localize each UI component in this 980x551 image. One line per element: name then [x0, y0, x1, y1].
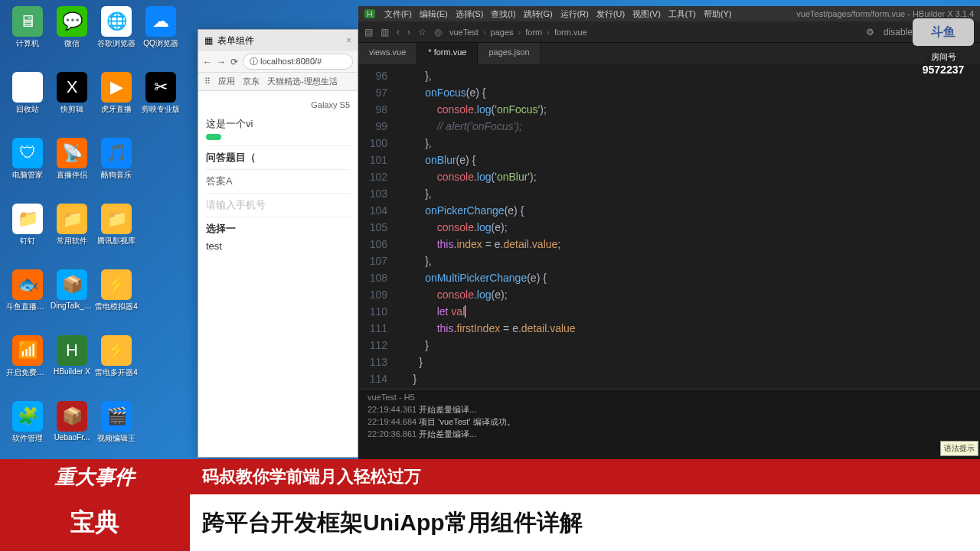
app-logo-icon: H [364, 9, 375, 18]
terminal-panel[interactable]: vueTest - H5 22:19:44.361 开始差量编译...22:19… [358, 389, 980, 459]
chrome-navbar: ← → ⟳ ⓘ localhost:8080/# [198, 51, 358, 73]
bookmark-item[interactable]: 应用 [218, 76, 235, 87]
chrome-window: ▦ 表单组件 × ← → ⟳ ⓘ localhost:8080/# ⠿ 应用京东… [198, 29, 358, 458]
chrome-tab[interactable]: ▦ 表单组件 × [198, 30, 358, 51]
green-button[interactable] [206, 134, 221, 140]
code-editor[interactable]: 9697989910010110210310410510610710810911… [358, 64, 980, 389]
menu-item[interactable]: 运行(R) [560, 9, 589, 18]
select-value[interactable]: test [206, 240, 350, 252]
page-icon: ▦ [204, 35, 213, 46]
close-icon[interactable]: × [346, 35, 351, 46]
select-label: 选择一 [206, 223, 236, 234]
url-text: localhost:8080/# [260, 57, 322, 66]
banner-text2: 跨平台开发框架UniApp常用组件详解 [190, 507, 980, 539]
window-title: vueTest/pages/form/form.vue - HBuilder X… [796, 9, 974, 18]
menu-item[interactable]: 文件(F) [384, 9, 412, 18]
star-icon[interactable]: ☆ [418, 27, 426, 37]
desktop-icon[interactable]: X快剪辑 [51, 72, 93, 132]
editor-toolbar: ▤ ▥ ‹ › ☆ ◎ vueTest›pages›form›form.vue … [358, 21, 980, 43]
bookmark-item[interactable]: 天猫精选-理想生活 [267, 76, 338, 87]
desktop-icon[interactable]: HHBuilder X [51, 335, 93, 395]
url-bar[interactable]: ⓘ localhost:8080/# [243, 54, 353, 70]
banner-text1: 码叔教你学前端月入轻松过万 [190, 465, 980, 488]
desktop-icon[interactable] [139, 335, 182, 395]
room-label: 房间号 [926, 51, 961, 64]
menu-item[interactable]: 选择(S) [456, 9, 484, 18]
desktop-icon[interactable]: 📦DingTalk_v... [51, 269, 93, 329]
desktop-icon[interactable]: 🗑回收站 [6, 72, 49, 132]
desktop-icon[interactable]: 📁钉钉 [6, 204, 49, 263]
code-area[interactable]: }, onFocus(e) { console.log('onFocus'); … [395, 64, 980, 389]
reload-icon[interactable]: ⟳ [230, 57, 238, 67]
douyu-logo: 斗鱼 [913, 18, 974, 46]
menu-item[interactable]: 视图(V) [632, 9, 661, 18]
back-icon[interactable]: ‹ [397, 27, 400, 37]
question-label: 问答题目（ [206, 152, 256, 163]
editor-tab[interactable]: views.vue [358, 43, 417, 64]
desktop-icon[interactable]: 🧩软件管理 [6, 401, 49, 461]
info-icon: ⓘ [250, 57, 258, 66]
menu-item[interactable]: 帮助(Y) [704, 9, 732, 18]
bookmarks-bar: ⠿ 应用京东天猫精选-理想生活 [198, 73, 358, 91]
breadcrumb-item[interactable]: form [525, 28, 542, 37]
line-gutter: 9697989910010110210310410510610710810911… [358, 64, 395, 389]
menu-item[interactable]: 跳转(G) [524, 9, 553, 18]
desktop-icon[interactable]: 🎵酷狗音乐 [95, 138, 138, 197]
lang-tip: 语法提示 [940, 441, 978, 456]
desktop-icon[interactable]: 🎬视频编辑王 [95, 401, 138, 461]
editor-tab[interactable]: * form.vue [417, 43, 478, 64]
desktop-icon[interactable]: 📦UebaoFr... [51, 401, 93, 461]
back-icon[interactable]: ← [203, 57, 212, 67]
breadcrumb-item[interactable]: form.vue [554, 28, 587, 37]
breadcrumb-item[interactable]: pages [491, 28, 514, 37]
breadcrumb[interactable]: vueTest›pages›form›form.vue [449, 28, 587, 37]
panel-icon[interactable]: ▤ [364, 27, 373, 37]
room-number: 9572237 [913, 64, 974, 76]
target-icon[interactable]: ◎ [434, 27, 442, 37]
menu-item[interactable]: 编辑(E) [420, 9, 448, 18]
desktop-icon[interactable]: 📶开启免费Wifi [6, 335, 49, 395]
desktop-icon[interactable]: 📁常用软件 [51, 204, 93, 263]
desktop-icon[interactable]: ▶虎牙直播 [95, 72, 138, 132]
panel-icon[interactable]: ▥ [381, 27, 389, 37]
desktop-icon[interactable] [139, 138, 182, 197]
editor-tabs: views.vue* form.vuepages.json [358, 43, 980, 64]
desktop-icon[interactable]: ⚡雷电多开器4 [95, 335, 138, 395]
tab-title: 表单组件 [217, 34, 254, 47]
bookmark-item[interactable]: 京东 [243, 76, 260, 87]
desktop-icon[interactable]: 🐟斗鱼直播伴侣 [6, 269, 49, 329]
device-label: Galaxy S5 [198, 97, 358, 112]
phone-input[interactable]: 请输入手机号 [206, 193, 350, 217]
menu-item[interactable]: 查找(I) [491, 9, 515, 18]
apps-icon[interactable]: ⠿ [204, 77, 211, 86]
answer-text: 答案A [206, 169, 350, 193]
menu-item[interactable]: 发行(U) [596, 9, 625, 18]
forward-icon[interactable]: › [407, 27, 410, 37]
search-icon[interactable]: ⚙ [866, 27, 874, 37]
tip-text: 这是一个vi [206, 117, 350, 131]
menu-item[interactable]: 工具(T) [668, 9, 696, 18]
breadcrumb-item[interactable]: vueTest [449, 28, 479, 37]
desktop-icon[interactable]: 🛡电脑管家 [6, 138, 49, 197]
forward-icon[interactable]: → [217, 57, 226, 67]
terminal-header: vueTest - H5 [368, 393, 971, 402]
desktop-icon[interactable]: ☁QQ浏览器 [139, 6, 182, 66]
desktop-icon[interactable]: 🖥计算机 [6, 6, 49, 66]
desktop-icon[interactable]: 🌐谷歌浏览器 [95, 6, 138, 66]
desktop-icon[interactable]: 💬微信 [51, 6, 93, 66]
desktop-icon[interactable] [139, 204, 182, 263]
desktop-icon[interactable]: 📡直播伴侣 [51, 138, 93, 197]
desktop-icon[interactable]: 📁腾讯影视库 [95, 204, 138, 263]
editor-tab[interactable]: pages.json [478, 43, 541, 64]
app-preview: 这是一个vi 问答题目（ 答案A 请输入手机号 选择一 test [198, 112, 358, 256]
desktop-icon[interactable]: ✂剪映专业版 [139, 72, 182, 132]
desktop-icon[interactable] [139, 269, 182, 329]
menu-bar: H 文件(F)编辑(E)选择(S)查找(I)跳转(G)运行(R)发行(U)视图(… [358, 6, 980, 21]
chrome-body: Galaxy S5 这是一个vi 问答题目（ 答案A 请输入手机号 选择一 te… [198, 91, 358, 256]
desktop-icons-grid: 🖥计算机💬微信🌐谷歌浏览器☁QQ浏览器🗑回收站X快剪辑▶虎牙直播✂剪映专业版🛡电… [6, 6, 182, 461]
banner-tag2: 宝典 [0, 494, 190, 551]
desktop-icon[interactable]: ⚡雷电模拟器4 [95, 269, 138, 329]
news-banner: 重大事件 码叔教你学前端月入轻松过万 宝典 跨平台开发框架UniApp常用组件详… [0, 459, 980, 551]
douyu-watermark: 斗鱼 房间号 9572237 [913, 18, 974, 76]
hbuilder-window: H 文件(F)编辑(E)选择(S)查找(I)跳转(G)运行(R)发行(U)视图(… [358, 6, 980, 459]
